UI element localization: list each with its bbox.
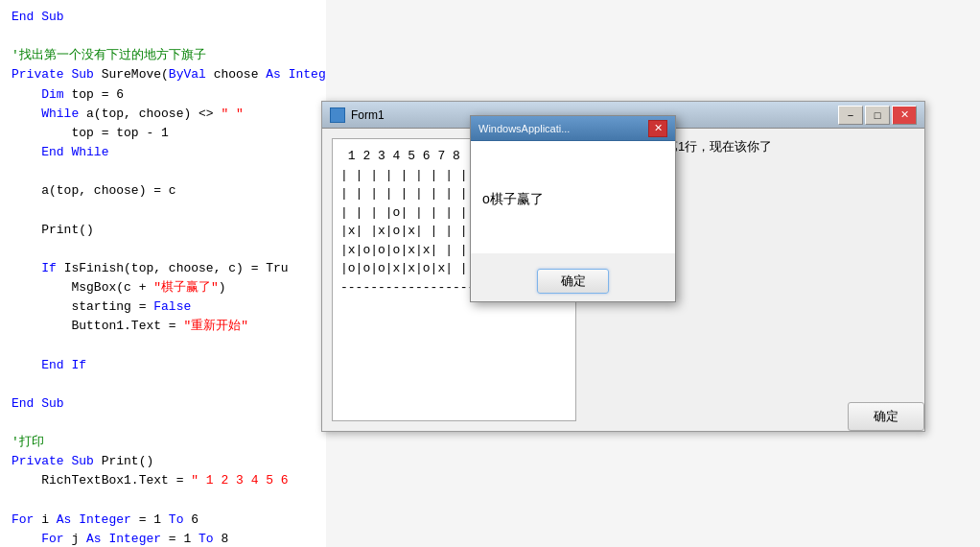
close-button[interactable]: ✕ <box>892 106 917 125</box>
code-line-end-sub: End Sub <box>12 394 315 414</box>
code-line-blank5 <box>12 336 315 355</box>
code-line-for-j: For j As Integer = 1 To 8 <box>12 530 315 547</box>
code-line-6: top = top - 1 <box>12 124 315 143</box>
code-line-11: starting = False <box>12 297 315 317</box>
code-line-5: While a(top, choose) <> " " <box>12 105 315 124</box>
code-comment-2: '打印 <box>12 433 315 452</box>
minimize-button[interactable]: − <box>838 106 863 125</box>
code-line-for-i: For i As Integer = 1 To 6 <box>12 511 315 530</box>
dialog-body: o棋子赢了 <box>471 141 675 253</box>
code-line-8: Print() <box>12 221 315 240</box>
dialog-title: WindowsApplicati... <box>478 123 648 134</box>
code-line-blank4 <box>12 240 315 259</box>
dialog-titlebar: WindowsApplicati... ✕ <box>471 116 675 141</box>
code-line-7: a(top, choose) = c <box>12 181 315 201</box>
code-line-4: Dim top = 6 <box>12 85 315 105</box>
code-line-print: Private Sub Print() <box>12 452 315 471</box>
code-line-blank8 <box>12 491 315 511</box>
code-line-end-if: End If <box>12 356 315 375</box>
code-line-blank2 <box>12 162 315 181</box>
code-line-3: Private Sub SureMove(ByVal choose As Int… <box>12 65 315 84</box>
form1-controls[interactable]: − □ ✕ <box>838 106 917 125</box>
dialog-message: o棋子赢了 <box>482 191 544 208</box>
code-line-end-while: End While <box>12 143 315 162</box>
code-line-blank6 <box>12 375 315 394</box>
code-line-richtextbox: RichTextBox1.Text = " 1 2 3 4 5 6 <box>12 471 315 490</box>
code-line-blank7 <box>12 414 315 433</box>
dialog-close-button[interactable]: ✕ <box>648 120 667 137</box>
dialog-window[interactable]: WindowsApplicati... ✕ o棋子赢了 确定 <box>470 115 676 302</box>
code-line-blank3 <box>12 201 315 220</box>
confirm-button-right[interactable]: 确定 <box>848 402 924 431</box>
code-comment-1: '找出第一个没有下过的地方下旗子 <box>12 46 315 65</box>
form1-icon <box>330 107 345 123</box>
maximize-button[interactable]: □ <box>865 106 890 125</box>
code-line-9: If IsFinish(top, choose, c) = Tru <box>12 259 315 278</box>
code-line-12: Button1.Text = "重新开始" <box>12 317 315 336</box>
code-line-1: End Sub <box>12 8 315 27</box>
dialog-ok-button[interactable]: 确定 <box>537 269 609 294</box>
code-line-10: MsgBox(c + "棋子赢了") <box>12 278 315 297</box>
code-line-blank1 <box>12 27 315 46</box>
dialog-footer: 确定 <box>471 269 675 294</box>
code-editor: End Sub '找出第一个没有下过的地方下旗子 Private Sub Sur… <box>0 0 326 547</box>
